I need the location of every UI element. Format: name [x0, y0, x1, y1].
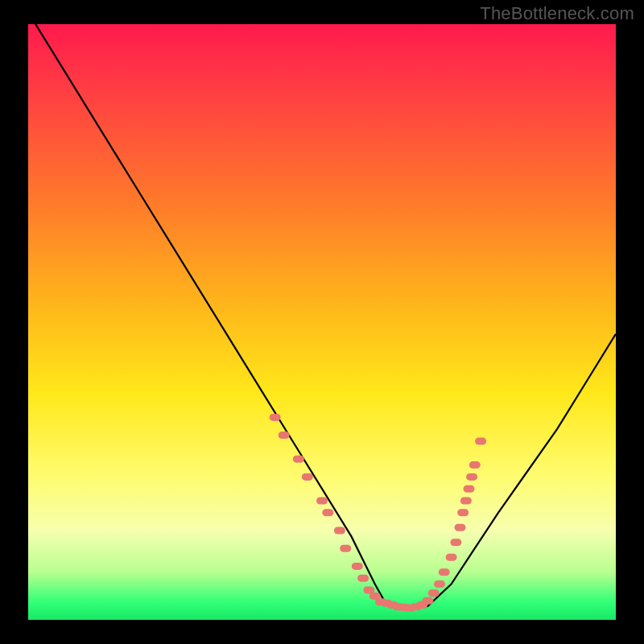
- data-marker: [466, 473, 477, 481]
- data-marker: [460, 497, 472, 505]
- watermark-text: TheBottleneck.com: [480, 3, 634, 24]
- data-marker: [357, 575, 369, 582]
- data-marker: [450, 539, 461, 546]
- data-marker: [293, 456, 304, 463]
- data-marker: [334, 527, 345, 535]
- data-marker: [446, 554, 457, 561]
- chart-svg: [28, 24, 616, 620]
- data-marker: [422, 597, 433, 605]
- data-marker: [455, 524, 466, 531]
- data-marker: [434, 580, 445, 588]
- data-marker: [322, 509, 333, 516]
- data-marker: [352, 563, 363, 570]
- data-marker: [469, 461, 481, 469]
- data-marker: [464, 485, 475, 493]
- data-marker: [439, 568, 450, 576]
- data-marker: [457, 509, 469, 516]
- data-marker: [279, 431, 290, 439]
- chart-plot-area: [28, 24, 616, 620]
- data-marker: [475, 438, 486, 445]
- data-marker: [428, 589, 440, 597]
- data-marker: [270, 414, 281, 421]
- data-marker: [316, 497, 328, 505]
- bottleneck-curve-line: [28, 12, 616, 608]
- data-marker: [340, 545, 351, 552]
- data-marker: [302, 473, 313, 481]
